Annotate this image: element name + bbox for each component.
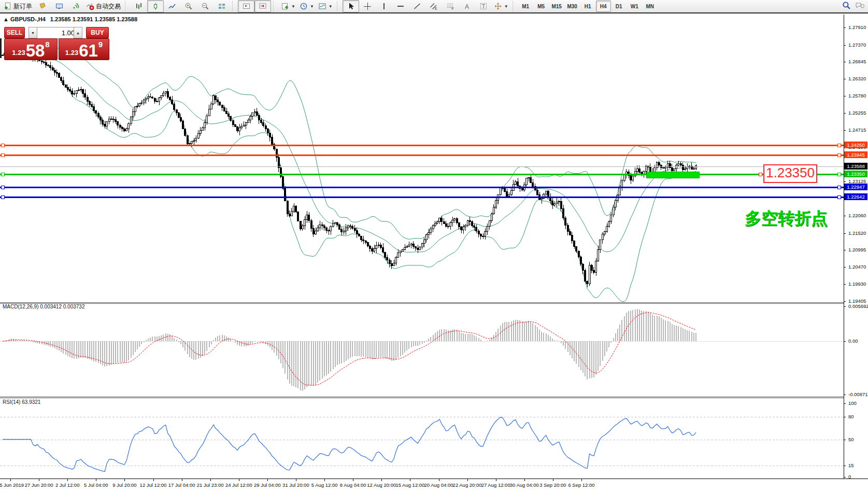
macd-canvas[interactable] xyxy=(0,303,844,397)
period-button-m5[interactable]: M5 xyxy=(534,1,549,12)
rsi-tick-label: 15 xyxy=(848,462,854,468)
tile-windows-icon xyxy=(218,2,226,10)
rsi-pane-divider[interactable] xyxy=(0,397,844,398)
periods-dropdown-button[interactable]: ▼ xyxy=(297,0,316,12)
search-icon[interactable] xyxy=(842,1,851,10)
trendline-icon xyxy=(413,2,421,10)
time-label: 21 Jul 23:00 xyxy=(197,482,224,488)
candlestick-chart-button[interactable] xyxy=(147,0,164,12)
sell-price-box[interactable]: 1.23 58 8 xyxy=(4,38,58,60)
toolbar-separator xyxy=(125,1,129,11)
time-label: 12 Aug 20:00 xyxy=(367,482,396,488)
buy-button[interactable]: BUY xyxy=(86,27,109,38)
time-tick xyxy=(10,479,11,481)
signal-icon xyxy=(72,2,80,10)
signals-button[interactable] xyxy=(67,0,84,12)
volume-decrease-button[interactable]: ▼ xyxy=(29,27,37,38)
period-button-h4[interactable]: H4 xyxy=(596,1,611,12)
horizontal-line-button[interactable] xyxy=(392,0,409,12)
cursor-button[interactable] xyxy=(343,0,359,12)
chart-shift-icon xyxy=(259,2,267,10)
price-tick-label: 1.23650 xyxy=(848,161,866,167)
period-button-mn[interactable]: MN xyxy=(643,1,658,12)
price-tick-label: 1.27370 xyxy=(848,42,866,48)
time-label: 29 Jul 04:00 xyxy=(254,482,281,488)
sell-price-small: 1.23 xyxy=(12,49,25,57)
price-tick-label: 1.19930 xyxy=(848,281,866,287)
time-tick xyxy=(353,479,353,481)
line-chart-button[interactable] xyxy=(164,0,180,12)
toolbar-separator xyxy=(232,1,236,11)
time-tick xyxy=(553,479,553,481)
svg-text:E: E xyxy=(435,7,437,10)
buy-price-box[interactable]: 1.23 61 9 xyxy=(59,38,109,60)
zoom-in-button[interactable] xyxy=(180,0,197,12)
period-button-m15[interactable]: M15 xyxy=(549,1,564,12)
symbol-title: GBPUSD-,H4 xyxy=(10,16,46,22)
dropdown-arrow-icon: ▼ xyxy=(291,4,295,9)
trendline-button[interactable] xyxy=(409,0,425,12)
auto-trading-icon xyxy=(86,2,94,10)
time-axis[interactable]: 25 Jun 201927 Jun 20:002 Jul 12:005 Jul … xyxy=(0,479,868,492)
price-tag: 1.24250 xyxy=(844,142,867,148)
toolbar-separator xyxy=(337,1,341,11)
vertical-line-button[interactable] xyxy=(376,0,392,12)
macd-pane-divider[interactable] xyxy=(0,302,844,304)
time-tick xyxy=(381,479,382,481)
time-label: 9 Jul 20:00 xyxy=(112,482,136,488)
time-tick xyxy=(124,479,125,481)
time-tick xyxy=(182,479,182,481)
bar-chart-button[interactable] xyxy=(131,0,147,12)
tile-windows-button[interactable] xyxy=(214,0,230,12)
time-tick xyxy=(581,479,582,481)
ohlc-readout: 1.23585 1.23591 1.23585 1.23588 xyxy=(50,16,137,22)
text-label-button[interactable]: T xyxy=(475,0,492,12)
period-button-w1[interactable]: W1 xyxy=(627,1,642,12)
time-label: 30 Aug 04:00 xyxy=(510,482,539,488)
styler-button[interactable] xyxy=(34,0,51,12)
arrows-dropdown-button[interactable]: ▼ xyxy=(492,0,510,12)
time-tick xyxy=(296,479,296,481)
period-button-d1[interactable]: D1 xyxy=(611,1,627,12)
price-tick-label: 1.20995 xyxy=(848,247,866,252)
sell-button[interactable]: SELL xyxy=(4,27,25,38)
rsi-tick-label: 50 xyxy=(848,437,854,442)
period-button-m30[interactable]: M30 xyxy=(565,1,580,12)
templates-dropdown-button[interactable]: ▼ xyxy=(316,0,335,12)
cn-annotation-text[interactable]: 多空转折点 xyxy=(745,207,828,230)
price-tag: 1.23350 xyxy=(844,171,867,177)
crayon-icon xyxy=(38,2,47,10)
new-order-label: 新订单 xyxy=(13,2,32,11)
time-tick xyxy=(67,479,68,481)
price-tag: 1.22947 xyxy=(844,184,867,190)
period-button-m1[interactable]: M1 xyxy=(518,1,533,12)
time-label: 15 Aug 12:00 xyxy=(395,482,424,488)
collapse-arrow-icon[interactable]: ▲ xyxy=(3,16,9,22)
volume-increase-button[interactable]: ▲ xyxy=(74,27,82,38)
volume-input[interactable] xyxy=(37,27,77,39)
zoom-out-button[interactable] xyxy=(197,0,214,12)
crosshair-button[interactable] xyxy=(359,0,376,12)
time-tick xyxy=(96,479,96,481)
main-chart-canvas[interactable] xyxy=(0,15,844,302)
rsi-canvas[interactable] xyxy=(0,398,844,479)
chat-icon[interactable] xyxy=(855,2,865,10)
new-order-button[interactable]: 新订单 xyxy=(2,0,34,12)
indicators-dropdown-button[interactable]: ▼ xyxy=(279,0,297,12)
toolbar: 新订单 自动交易 xyxy=(0,0,868,13)
time-label: 25 Jun 2019 xyxy=(0,482,24,488)
auto-trading-button[interactable]: 自动交易 xyxy=(84,0,123,12)
fibonacci-button[interactable]: F xyxy=(442,0,459,12)
price-callout-label[interactable]: 1.23350 xyxy=(763,164,817,183)
time-label: 17 Jul 04:00 xyxy=(168,482,195,488)
fibonacci-icon: F xyxy=(446,2,454,10)
price-tick-label: 1.24190 xyxy=(848,144,866,150)
text-button[interactable]: A xyxy=(459,0,475,12)
auto-scroll-button[interactable] xyxy=(238,0,254,12)
publisher-button[interactable] xyxy=(51,0,67,12)
equidistant-channel-button[interactable]: E xyxy=(425,0,442,12)
candlestick-icon xyxy=(151,2,160,10)
period-button-h1[interactable]: H1 xyxy=(580,1,595,12)
chart-shift-button[interactable] xyxy=(254,0,271,12)
dropdown-arrow-icon: ▼ xyxy=(310,4,314,9)
